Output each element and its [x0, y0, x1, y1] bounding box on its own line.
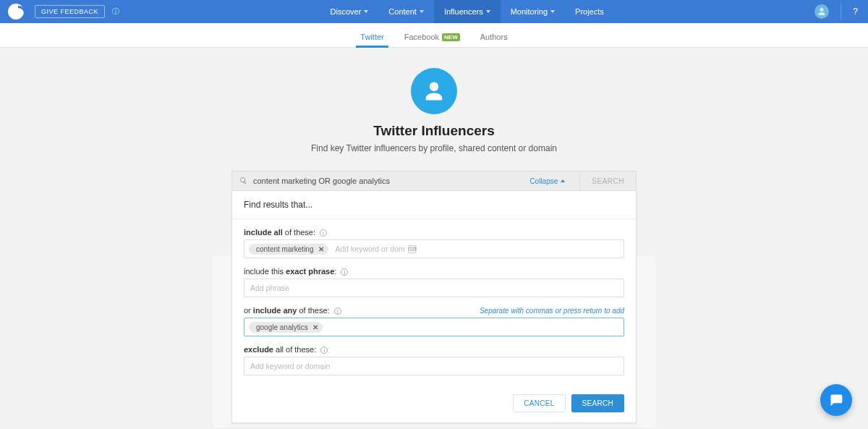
- divider: [841, 4, 841, 20]
- help-link[interactable]: ?: [853, 7, 858, 17]
- cancel-button[interactable]: CANCEL: [513, 394, 565, 412]
- chevron-down-icon: [486, 10, 490, 13]
- subtab-authors[interactable]: Authors: [470, 33, 518, 47]
- info-icon[interactable]: i: [334, 307, 341, 315]
- include-any-input[interactable]: google analytics✕: [244, 318, 624, 336]
- exact-phrase-label: include this exact phrase: i: [244, 267, 348, 276]
- include-any-hint: Separate with commas or press return to …: [480, 307, 624, 315]
- exclude-label: exclude all of these: i: [244, 345, 328, 354]
- keyboard-icon: ⌨: [408, 245, 416, 253]
- include-all-label: include all of these: i: [244, 228, 327, 237]
- user-avatar[interactable]: [814, 4, 829, 19]
- include-any-label: or include any of these: i: [244, 306, 341, 315]
- page-title: Twitter Influencers: [0, 123, 868, 139]
- remove-tag-icon[interactable]: ✕: [312, 323, 318, 331]
- query-builder: Find results that... include all of thes…: [231, 191, 637, 423]
- search-button[interactable]: SEARCH: [571, 394, 624, 412]
- search-button-top[interactable]: SEARCH: [579, 171, 636, 190]
- logo-icon[interactable]: [4, 0, 27, 23]
- nav-content[interactable]: Content: [378, 0, 434, 23]
- remove-tag-icon[interactable]: ✕: [318, 245, 324, 253]
- hero: Twitter Influencers Find key Twitter inf…: [0, 48, 868, 163]
- chevron-down-icon: [364, 10, 368, 13]
- tag: content marketing✕: [249, 244, 328, 255]
- give-feedback-button[interactable]: GIVE FEEDBACK: [35, 5, 105, 18]
- nav-monitoring[interactable]: Monitoring: [501, 0, 565, 23]
- search-input-wrap[interactable]: content marketing OR google analytics Co…: [232, 171, 579, 190]
- nav-discover[interactable]: Discover: [320, 0, 379, 23]
- builder-footer: CANCEL SEARCH: [232, 387, 636, 422]
- primary-nav: DiscoverContentInfluencersMonitoringProj…: [320, 0, 614, 23]
- search-query-display: content marketing OR google analytics: [253, 177, 524, 185]
- include-all-input[interactable]: content marketing✕ Add keyword or dom ⌨: [244, 239, 624, 258]
- field-include-any: or include any of these: i Separate with…: [244, 306, 624, 336]
- tag: google analytics✕: [249, 322, 323, 333]
- nav-projects[interactable]: Projects: [565, 0, 614, 23]
- topbar-right: ?: [814, 4, 862, 20]
- collapse-label: Collapse: [529, 177, 558, 185]
- field-exclude: exclude all of these: i: [244, 345, 624, 375]
- chat-icon: [829, 393, 843, 407]
- builder-heading: Find results that...: [232, 191, 636, 219]
- new-badge: NEW: [442, 33, 460, 41]
- info-icon[interactable]: i: [320, 229, 327, 237]
- subtab-twitter[interactable]: Twitter: [350, 33, 393, 47]
- sub-tabs: TwitterFacebookNEWAuthors: [0, 23, 868, 48]
- info-icon[interactable]: ⓘ: [112, 7, 119, 17]
- nav-influencers[interactable]: Influencers: [434, 0, 501, 23]
- search-icon: [239, 177, 247, 186]
- chevron-down-icon: [420, 10, 424, 13]
- chevron-down-icon: [550, 10, 555, 13]
- field-include-all: include all of these: i content marketin…: [244, 228, 624, 258]
- search-panel: content marketing OR google analytics Co…: [231, 171, 637, 423]
- info-icon[interactable]: i: [341, 268, 348, 276]
- field-exact-phrase: include this exact phrase: i: [244, 267, 624, 297]
- page-subtitle: Find key Twitter influencers by profile,…: [0, 143, 868, 153]
- subtab-facebook[interactable]: FacebookNEW: [394, 33, 470, 47]
- info-icon[interactable]: i: [320, 347, 328, 354]
- hero-user-icon: [411, 68, 457, 114]
- exact-phrase-input[interactable]: [244, 279, 624, 297]
- collapse-toggle[interactable]: Collapse: [529, 177, 572, 185]
- top-nav-bar: GIVE FEEDBACK ⓘ DiscoverContentInfluence…: [0, 0, 868, 23]
- search-bar: content marketing OR google analytics Co…: [231, 171, 637, 191]
- exclude-input[interactable]: [244, 357, 624, 375]
- topbar-left: GIVE FEEDBACK ⓘ: [4, 0, 119, 23]
- include-all-placeholder: Add keyword or dom ⌨: [333, 245, 416, 253]
- chevron-up-icon: [561, 179, 565, 182]
- chat-fab[interactable]: [820, 384, 852, 416]
